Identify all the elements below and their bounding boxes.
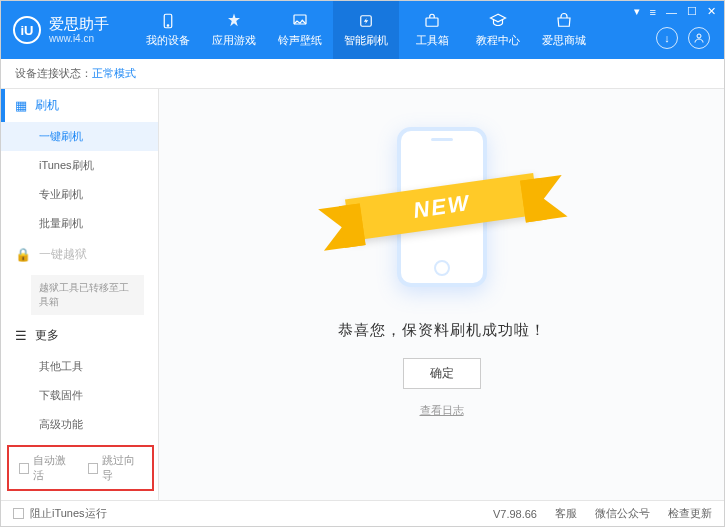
checkbox-skip-guide[interactable]: 跳过向导 bbox=[88, 453, 143, 483]
status-mode: 正常模式 bbox=[92, 66, 136, 81]
success-illustration: NEW bbox=[332, 117, 552, 297]
svg-point-5 bbox=[697, 34, 701, 38]
success-message: 恭喜您，保资料刷机成功啦！ bbox=[338, 321, 546, 340]
sidebar-item-itunes-flash[interactable]: iTunes刷机 bbox=[1, 151, 158, 180]
sidebar-item-onekey-flash[interactable]: 一键刷机 bbox=[1, 122, 158, 151]
device-status-bar: 设备连接状态： 正常模式 bbox=[1, 59, 724, 89]
tab-smart-flash[interactable]: 智能刷机 bbox=[333, 1, 399, 59]
logo-icon: iU bbox=[13, 16, 41, 44]
more-icon: ☰ bbox=[15, 328, 27, 343]
svg-point-1 bbox=[167, 25, 169, 27]
sidebar-item-batch-flash[interactable]: 批量刷机 bbox=[1, 209, 158, 238]
menu-icon[interactable]: ▾ bbox=[634, 5, 640, 18]
app-name: 爱思助手 bbox=[49, 16, 109, 33]
tab-ringtones[interactable]: 铃声壁纸 bbox=[267, 1, 333, 59]
title-bar: iU 爱思助手 www.i4.cn 我的设备 应用游戏 铃声壁纸 智能刷机 工具… bbox=[1, 1, 724, 59]
sidebar-item-pro-flash[interactable]: 专业刷机 bbox=[1, 180, 158, 209]
tab-my-device[interactable]: 我的设备 bbox=[135, 1, 201, 59]
user-icon[interactable] bbox=[688, 27, 710, 49]
options-highlight-box: 自动激活 跳过向导 bbox=[7, 445, 154, 491]
tab-store[interactable]: 爱思商城 bbox=[531, 1, 597, 59]
sidebar-head-flash[interactable]: ▦ 刷机 bbox=[1, 89, 158, 122]
tab-tutorials[interactable]: 教程中心 bbox=[465, 1, 531, 59]
tab-toolbox[interactable]: 工具箱 bbox=[399, 1, 465, 59]
svg-rect-4 bbox=[426, 18, 438, 26]
sidebar-head-more[interactable]: ☰ 更多 bbox=[1, 319, 158, 352]
checkbox-auto-activate[interactable]: 自动激活 bbox=[19, 453, 74, 483]
app-url: www.i4.cn bbox=[49, 33, 109, 44]
sidebar-item-advanced[interactable]: 高级功能 bbox=[1, 410, 158, 439]
close-icon[interactable]: ✕ bbox=[707, 5, 716, 18]
minimize-icon[interactable]: — bbox=[666, 6, 677, 18]
checkbox-block-itunes[interactable]: 阻止iTunes运行 bbox=[13, 506, 107, 521]
sidebar-item-other-tools[interactable]: 其他工具 bbox=[1, 352, 158, 381]
footer-link-support[interactable]: 客服 bbox=[555, 506, 577, 521]
lock-icon: 🔒 bbox=[15, 247, 31, 262]
logo: iU 爱思助手 www.i4.cn bbox=[13, 16, 109, 44]
confirm-button[interactable]: 确定 bbox=[403, 358, 481, 389]
flash-icon: ▦ bbox=[15, 98, 27, 113]
footer-link-wechat[interactable]: 微信公众号 bbox=[595, 506, 650, 521]
footer-bar: 阻止iTunes运行 V7.98.66 客服 微信公众号 检查更新 bbox=[1, 500, 724, 526]
sidebar-head-jailbreak: 🔒 一键越狱 bbox=[1, 238, 158, 271]
sidebar: ▦ 刷机 一键刷机 iTunes刷机 专业刷机 批量刷机 🔒 一键越狱 越狱工具… bbox=[1, 89, 159, 500]
main-content: NEW 恭喜您，保资料刷机成功啦！ 确定 查看日志 bbox=[159, 89, 724, 500]
footer-link-update[interactable]: 检查更新 bbox=[668, 506, 712, 521]
version-label: V7.98.66 bbox=[493, 508, 537, 520]
sidebar-item-download-firmware[interactable]: 下载固件 bbox=[1, 381, 158, 410]
download-icon[interactable]: ↓ bbox=[656, 27, 678, 49]
view-log-link[interactable]: 查看日志 bbox=[420, 403, 464, 418]
nav-tabs: 我的设备 应用游戏 铃声壁纸 智能刷机 工具箱 教程中心 爱思商城 bbox=[135, 1, 597, 59]
maximize-icon[interactable]: ☐ bbox=[687, 5, 697, 18]
tray-icon[interactable]: ≡ bbox=[650, 6, 656, 18]
jailbreak-note: 越狱工具已转移至工具箱 bbox=[31, 275, 144, 315]
window-controls: ▾ ≡ — ☐ ✕ bbox=[634, 5, 716, 18]
tab-apps-games[interactable]: 应用游戏 bbox=[201, 1, 267, 59]
